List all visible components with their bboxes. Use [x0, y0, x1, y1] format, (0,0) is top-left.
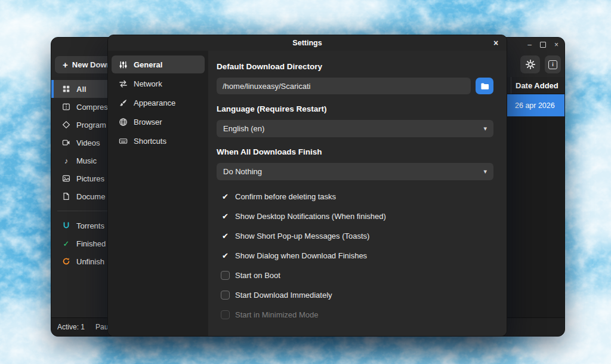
checkbox-start-on-boot[interactable]: ✔ Start on Boot: [221, 269, 493, 281]
tab-label: Appearance: [134, 98, 175, 107]
downloads-finish-dropdown[interactable]: Do Nothing ▾: [217, 163, 493, 180]
restore-icon[interactable]: [540, 42, 546, 48]
sidebar-item-label: Unfinish: [76, 257, 104, 266]
about-info-button[interactable]: i: [545, 55, 561, 73]
checkbox-start-download-immediately[interactable]: ✔ Start Download Immediately: [221, 289, 493, 301]
refresh-arrows-icon: [61, 257, 71, 266]
language-heading: Language (Requires Restart): [217, 104, 493, 113]
checkbox-dialog-when-finished[interactable]: ✔ Show Dialog when Download Finishes: [221, 249, 493, 261]
sidebar-item-label: Videos: [76, 138, 100, 147]
plus-icon: +: [63, 60, 68, 70]
gear-icon: [526, 60, 535, 69]
keyboard-icon: [118, 136, 128, 146]
close-icon[interactable]: ×: [490, 37, 502, 49]
checkbox-desktop-notifications[interactable]: ✔ Show Desktop Notifications (When finis…: [221, 210, 493, 222]
tab-label: Shortcuts: [134, 137, 166, 146]
checkbox-icon: ✔: [221, 192, 230, 201]
checkbox-label: Start Download Immediately: [235, 291, 332, 300]
tab-label: Browser: [134, 118, 162, 127]
tab-appearance[interactable]: Appearance: [112, 94, 205, 112]
sidebar-item-label: Finished: [76, 239, 106, 248]
settings-title: Settings: [292, 39, 322, 47]
downloads-finish-heading: When All Downloads Finish: [217, 147, 493, 156]
download-directory-heading: Default Download Directory: [217, 62, 493, 71]
picture-icon: [61, 174, 71, 183]
language-dropdown[interactable]: English (en) ▾: [217, 120, 493, 137]
download-directory-row: [217, 78, 493, 94]
folder-icon: [480, 82, 489, 91]
minimize-icon[interactable]: –: [527, 41, 532, 48]
tab-label: General: [134, 60, 162, 69]
checkbox-icon: ✔: [221, 212, 230, 221]
browse-folder-button[interactable]: [476, 78, 493, 94]
checkbox-label: Show Dialog when Download Finishes: [235, 251, 367, 260]
settings-gear-button[interactable]: [520, 55, 540, 73]
program-diamond-icon: [61, 120, 71, 129]
general-settings-panel: Default Download Directory Language (Req…: [208, 51, 507, 336]
close-icon[interactable]: ×: [554, 41, 558, 48]
checkbox-label: Start on Boot: [235, 271, 280, 280]
checkbox-icon: ✔: [221, 251, 230, 260]
checkbox-label: Confirm before deleting tasks: [235, 192, 336, 201]
document-icon: [61, 192, 71, 201]
checkbox-icon: ✔: [221, 310, 230, 319]
date-added-column-header[interactable]: Date Added: [511, 77, 558, 94]
settings-dialog: Settings × General: [107, 35, 507, 337]
language-selected-value: English (en): [223, 124, 264, 133]
status-active-count: Active: 1: [57, 323, 85, 331]
sidebar-item-label: Music: [76, 156, 97, 165]
download-directory-input[interactable]: [217, 78, 471, 94]
network-arrows-icon: [118, 79, 128, 88]
sidebar-item-label: All: [76, 85, 87, 94]
settings-body: General Network: [108, 51, 507, 336]
paintbrush-icon: [118, 98, 128, 107]
checkbox-start-minimized: ✔ Start in Minimized Mode: [221, 309, 493, 320]
new-download-label: New Down: [72, 60, 112, 69]
date-added-cell: 26 apr 2026: [515, 101, 555, 110]
checkbox-confirm-before-deleting[interactable]: ✔ Confirm before deleting tasks: [221, 190, 493, 202]
music-note-icon: ♪: [61, 156, 71, 165]
finished-check-icon: ✓: [61, 239, 71, 248]
checkbox-label: Show Desktop Notifications (When finishe…: [235, 212, 386, 221]
sidebar-item-label: Pictures: [76, 174, 104, 183]
options-list: ✔ Confirm before deleting tasks ✔ Show D…: [217, 190, 493, 320]
headerbar-actions: i: [520, 55, 561, 73]
tab-label: Network: [134, 79, 162, 88]
grid-all-icon: [61, 84, 71, 94]
chevron-down-icon: ▾: [483, 168, 487, 175]
checkbox-icon: ✔: [221, 232, 230, 240]
tab-browser[interactable]: Browser: [112, 113, 205, 131]
chevron-down-icon: ▾: [483, 125, 487, 132]
checkbox-label: Show Short Pop-up Messages (Toasts): [235, 232, 369, 240]
settings-nav: General Network: [108, 51, 208, 336]
downloads-finish-selected-value: Do Nothing: [223, 167, 262, 176]
window-controls: – ×: [527, 38, 558, 52]
torrent-magnet-icon: [61, 221, 71, 230]
sidebar-item-label: Docume: [76, 192, 105, 201]
sidebar-item-label: Compres: [76, 103, 108, 112]
tab-shortcuts[interactable]: Shortcuts: [112, 132, 205, 150]
archive-icon: [61, 102, 71, 112]
video-camera-icon: [61, 138, 71, 147]
tab-network[interactable]: Network: [112, 75, 205, 92]
checkbox-label: Start in Minimized Mode: [235, 310, 318, 319]
sidebar-item-label: Torrents: [76, 221, 104, 230]
sliders-icon: [118, 60, 128, 69]
info-icon: i: [548, 60, 557, 69]
checkbox-toast-messages[interactable]: ✔ Show Short Pop-up Messages (Toasts): [221, 230, 493, 242]
checkbox-icon: ✔: [221, 271, 230, 280]
checkbox-icon: ✔: [221, 291, 230, 300]
settings-titlebar: Settings ×: [108, 35, 507, 51]
globe-icon: [118, 117, 128, 127]
tab-general[interactable]: General: [112, 55, 205, 73]
sidebar-item-label: Program: [76, 121, 106, 129]
desktop: – × + New Down: [0, 0, 611, 364]
